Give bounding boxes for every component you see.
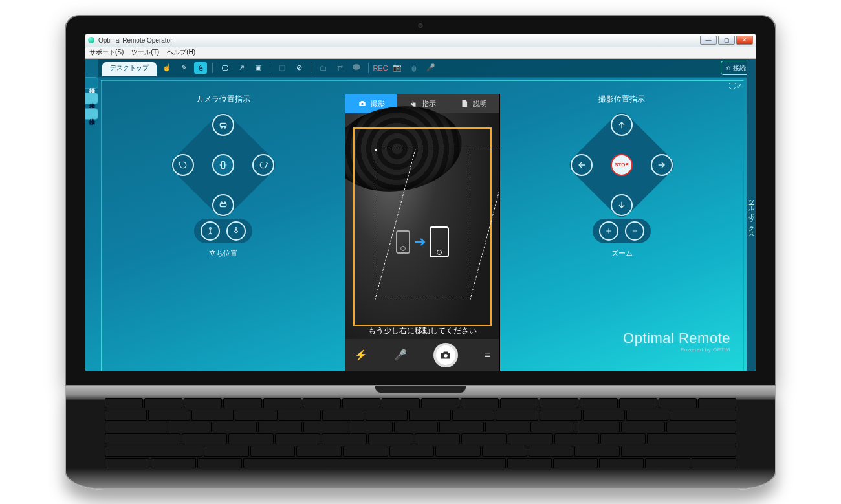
right-edge-toolbox-tab[interactable]: ツールボックス: [747, 59, 756, 371]
phone-viewport: ➔ もう少し右に移動してください ⚡ 🎤: [345, 113, 499, 371]
tool-usb-icon[interactable]: ψ: [408, 62, 420, 74]
camera-back-button[interactable]: [212, 194, 234, 216]
phone-tab-explain-label: 説明: [473, 99, 487, 109]
svg-point-1: [221, 127, 222, 128]
app-icon: [88, 37, 94, 43]
stance-label: 立ち位置: [209, 248, 237, 258]
tool-mouse-icon[interactable]: 🖱: [194, 62, 207, 74]
fullscreen-icon[interactable]: ⛶: [729, 82, 736, 89]
main-column: デスクトップ ☝ ✎ 🖱 🖵 ↗ ▣ ▢ ⊘ 🗀: [98, 59, 756, 371]
phone-mic-icon[interactable]: 🎤: [394, 349, 407, 361]
webcam-dot: [419, 23, 423, 28]
brand-name: Optimal Remote: [623, 330, 730, 346]
rail-tab-unconnected-2[interactable]: 未接続: [85, 108, 98, 120]
brand-byline: Powered by OPTiM: [623, 347, 730, 353]
svg-point-8: [235, 227, 237, 229]
svg-point-2: [224, 127, 226, 128]
stance-toggle: [194, 219, 252, 243]
flash-icon[interactable]: ⚡: [355, 349, 367, 361]
tab-desktop[interactable]: デスクトップ: [102, 62, 157, 76]
tool-folder-icon[interactable]: 🗀: [316, 62, 329, 74]
collapse-icon[interactable]: ⤢: [737, 82, 742, 89]
canvas: ⛶ ⤢ カメラ位置指示: [101, 80, 744, 371]
svg-point-7: [210, 227, 212, 229]
arrow-left-icon: [576, 160, 587, 170]
camera-rotate-left-button[interactable]: [172, 154, 194, 176]
tool-block-icon[interactable]: ⊘: [292, 62, 305, 74]
tool-monitor-icon[interactable]: 🖵: [218, 62, 231, 74]
phone-tab-point-label: 指示: [422, 99, 436, 109]
stance-down-button[interactable]: [226, 221, 246, 241]
hinge-notch: [375, 386, 466, 393]
guide-frame-inner: [375, 149, 470, 300]
arrow-right-icon: [657, 160, 667, 170]
zoom-out-button[interactable]: －: [625, 221, 644, 241]
camera-device-button[interactable]: [212, 154, 234, 176]
brand-watermark: Optimal Remote Powered by OPTiM: [623, 330, 730, 353]
tool-transfer-icon[interactable]: ⇄: [333, 62, 346, 74]
person-down-icon: [231, 226, 241, 236]
zoom-label: ズーム: [611, 248, 633, 258]
screen: Optimal Remote Operator — ▢ ✕ サポート(S) ツー…: [85, 34, 756, 371]
shoot-position-title: 撮影位置指示: [598, 94, 645, 105]
menu-tools[interactable]: ツール(T): [131, 48, 159, 57]
phone-from-icon: [396, 230, 410, 254]
arrow-up-icon: [617, 120, 627, 130]
car-front-icon: [218, 120, 228, 130]
menu-support[interactable]: サポート(S): [89, 48, 124, 57]
tool-camera-icon[interactable]: 📷: [391, 62, 404, 74]
remote-phone: 撮影 指示 説明: [345, 94, 500, 371]
separator: [212, 63, 213, 73]
tool-screens-icon[interactable]: ▣: [252, 62, 265, 74]
tool-rec-icon[interactable]: REC: [374, 62, 387, 74]
camera-dpad: [175, 116, 272, 214]
titlebar: Optimal Remote Operator — ▢ ✕: [85, 34, 756, 47]
shoot-up-button[interactable]: [611, 114, 633, 136]
phone-center-icon: [218, 160, 228, 170]
tool-display-icon[interactable]: ▢: [276, 62, 289, 74]
tool-pen-icon[interactable]: ✎: [177, 62, 190, 74]
menu-help[interactable]: ヘルプ(H): [167, 48, 195, 57]
tool-chat-icon[interactable]: 💬: [350, 62, 363, 74]
connect-label: 接続: [733, 63, 746, 72]
menubar: サポート(S) ツール(T) ヘルプ(H): [85, 47, 756, 59]
camera-forward-button[interactable]: [212, 114, 234, 136]
stance-up-button[interactable]: [201, 221, 220, 241]
maximize-button[interactable]: ▢: [718, 36, 735, 45]
svg-rect-4: [220, 203, 226, 206]
laptop-base: [65, 386, 776, 490]
person-up-icon: [205, 226, 215, 236]
document-icon: [460, 99, 469, 108]
zoom-toggle: ＋ －: [593, 219, 651, 243]
camera-rotate-right-button[interactable]: [252, 154, 274, 176]
svg-point-5: [221, 202, 222, 203]
phone-tab-explain[interactable]: 説明: [448, 94, 499, 113]
svg-point-10: [444, 353, 448, 357]
shoot-position-panel: 撮影位置指示: [573, 94, 670, 258]
separator: [270, 63, 270, 73]
rotate-left-icon: [178, 160, 188, 170]
shoot-stop-button[interactable]: STOP: [611, 154, 633, 176]
tool-pointer-icon[interactable]: ☝: [160, 62, 173, 74]
shoot-dpad: STOP: [573, 116, 670, 214]
phone-menu-icon[interactable]: ≡: [485, 349, 490, 361]
rail-tab-unconnected-1[interactable]: 未接続: [85, 93, 98, 104]
window-title: Optimal Remote Operator: [98, 37, 173, 44]
rail-tab-connect[interactable]: 接続: [85, 77, 98, 89]
svg-point-6: [224, 202, 226, 203]
tool-share-icon[interactable]: ↗: [235, 62, 248, 74]
shoot-down-button[interactable]: [611, 194, 633, 216]
svg-rect-0: [220, 123, 226, 126]
close-button[interactable]: ✕: [736, 36, 753, 45]
connect-icon: ⎌: [726, 64, 730, 71]
shoot-right-button[interactable]: [651, 154, 673, 176]
car-back-icon: [218, 200, 228, 210]
zoom-in-button[interactable]: ＋: [599, 221, 618, 241]
tool-mic-icon[interactable]: 🎤: [424, 62, 437, 74]
keyboard-graphic: [105, 398, 736, 469]
shoot-left-button[interactable]: [571, 154, 593, 176]
separator: [368, 63, 369, 73]
camera-position-title: カメラ位置指示: [196, 94, 250, 105]
shutter-button[interactable]: [433, 343, 458, 367]
minimize-button[interactable]: —: [700, 36, 717, 45]
